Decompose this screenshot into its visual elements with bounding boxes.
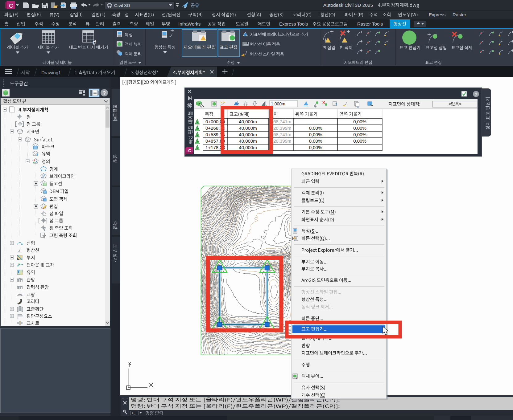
svg-text:Drawing1: Drawing1: [41, 70, 61, 75]
svg-text:0,00%: 0,00%: [353, 138, 366, 144]
svg-text:Raster Tools: Raster Tools: [357, 21, 383, 27]
svg-text:>_: >_: [132, 412, 136, 415]
svg-text:0,00%: 0,00%: [309, 125, 322, 131]
svg-text:0,00%: 0,00%: [353, 125, 366, 131]
svg-text:268,741m: 268,741m: [271, 132, 292, 137]
svg-text:268,741m: 268,741m: [271, 119, 292, 124]
svg-text:0,00%: 0,00%: [309, 132, 322, 137]
svg-text:40,000m: 40,000m: [239, 132, 257, 137]
svg-text:320,399m: 320,399m: [271, 125, 292, 131]
svg-text:Raster: Raster: [453, 12, 466, 17]
svg-text:#: #: [93, 39, 96, 46]
svg-text:320,399m: 320,399m: [271, 138, 292, 144]
svg-text:40,000m: 40,000m: [239, 119, 257, 124]
svg-text:Civil 3D: Civil 3D: [114, 3, 130, 8]
svg-text:0,00%: 0,00%: [353, 119, 366, 124]
svg-text:40,000m: 40,000m: [239, 138, 257, 144]
svg-text:?: ?: [103, 90, 106, 96]
svg-text:1,000m: 1,000m: [271, 101, 285, 106]
svg-text:Express: Express: [429, 12, 445, 17]
svg-text:40,000m: 40,000m: [239, 145, 257, 150]
svg-text:C: C: [9, 2, 13, 9]
svg-text:0,00%: 0,00%: [309, 145, 322, 150]
svg-text:InfraWorks: InfraWorks: [178, 21, 201, 27]
svg-text:0,00%: 0,00%: [309, 138, 322, 144]
svg-text:Autodesk Civil 3D 2025: Autodesk Civil 3D 2025: [323, 2, 373, 8]
svg-text:?: ?: [474, 92, 477, 97]
svg-text:40,000m: 40,000m: [239, 125, 257, 131]
svg-text:0,00%: 0,00%: [353, 132, 366, 137]
svg-text:Express Tools: Express Tools: [279, 21, 308, 27]
